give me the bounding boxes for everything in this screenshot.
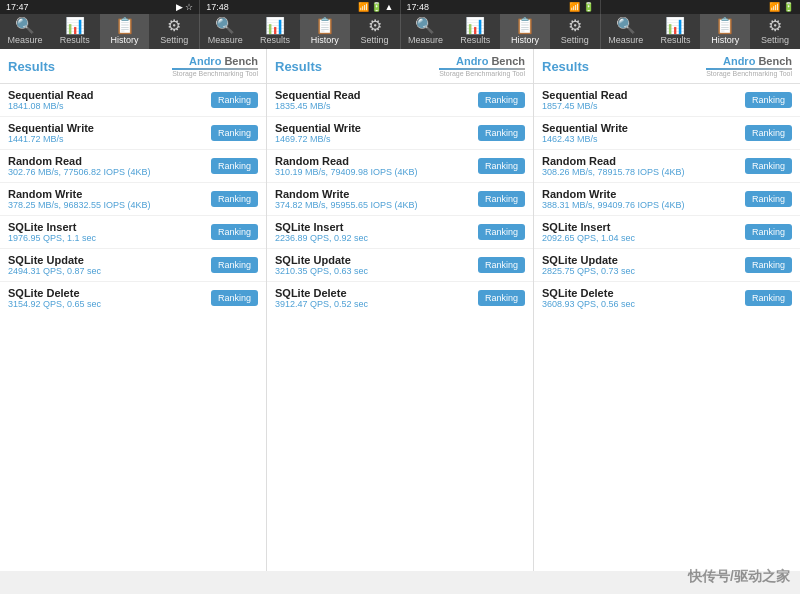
table-row: Random Write 388.31 MB/s, 99409.76 IOPS …: [534, 183, 800, 216]
bench-value: 2494.31 QPS, 0.87 sec: [8, 266, 211, 276]
nav-history-4[interactable]: 📋 History: [700, 14, 750, 49]
measure-label-1: Measure: [7, 36, 42, 45]
bench-name: Sequential Read: [542, 89, 745, 101]
nav-bar-1: 🔍 Measure 📊 Results 📋 History ⚙ Setting: [0, 14, 200, 49]
nav-setting-3[interactable]: ⚙ Setting: [550, 14, 600, 49]
table-row: Random Write 378.25 MB/s, 96832.55 IOPS …: [0, 183, 266, 216]
andro-text-1: Andro: [189, 55, 221, 67]
bench-value: 308.26 MB/s, 78915.78 IOPS (4KB): [542, 167, 745, 177]
ranking-button[interactable]: Ranking: [745, 125, 792, 141]
ranking-button[interactable]: Ranking: [745, 191, 792, 207]
logo-sub-2: Storage Benchmarking Tool: [439, 70, 525, 77]
ranking-button[interactable]: Ranking: [478, 290, 525, 306]
setting-label-1: Setting: [160, 36, 188, 45]
bench-value: 388.31 MB/s, 99409.76 IOPS (4KB): [542, 200, 745, 210]
nav-history-2[interactable]: 📋 History: [300, 14, 350, 49]
table-row: SQLite Update 3210.35 QPS, 0.63 sec Rank…: [267, 249, 533, 282]
ranking-button[interactable]: Ranking: [478, 257, 525, 273]
ranking-button[interactable]: Ranking: [478, 224, 525, 240]
nav-results-1[interactable]: 📊 Results: [50, 14, 100, 49]
panel-1-title: Results: [8, 59, 55, 74]
nav-results-2[interactable]: 📊 Results: [250, 14, 300, 49]
nav-history-1[interactable]: 📋 History: [100, 14, 150, 49]
panel-1-header: Results AndroBench Storage Benchmarking …: [0, 49, 266, 84]
logo-top-2: AndroBench: [456, 55, 525, 67]
nav-measure-4[interactable]: 🔍 Measure: [601, 14, 651, 49]
nav-results-4[interactable]: 📊 Results: [651, 14, 701, 49]
andro-text-3: Andro: [723, 55, 755, 67]
panel-3: Results AndroBench Storage Benchmarking …: [534, 49, 800, 571]
bench-name: SQLite Delete: [8, 287, 211, 299]
measure-icon-1: 🔍: [15, 18, 35, 34]
ranking-button[interactable]: Ranking: [478, 191, 525, 207]
results-label-1: Results: [60, 36, 90, 45]
time-1: 17:47: [6, 2, 29, 12]
history-label-4: History: [711, 36, 739, 45]
nav-results-3[interactable]: 📊 Results: [450, 14, 500, 49]
table-row: Sequential Read 1841.08 MB/s Ranking: [0, 84, 266, 117]
ranking-button[interactable]: Ranking: [745, 158, 792, 174]
ranking-button[interactable]: Ranking: [478, 158, 525, 174]
nav-setting-1[interactable]: ⚙ Setting: [149, 14, 199, 49]
bench-name: SQLite Insert: [542, 221, 745, 233]
setting-icon-3: ⚙: [568, 18, 582, 34]
bench-value: 2236.89 QPS, 0.92 sec: [275, 233, 478, 243]
bench-text-2: Bench: [491, 55, 525, 67]
nav-setting-2[interactable]: ⚙ Setting: [350, 14, 400, 49]
bench-value: 1841.08 MB/s: [8, 101, 211, 111]
nav-measure-3[interactable]: 🔍 Measure: [401, 14, 451, 49]
table-row: SQLite Insert 1976.95 QPS, 1.1 sec Ranki…: [0, 216, 266, 249]
results-label-2: Results: [260, 36, 290, 45]
setting-label-3: Setting: [561, 36, 589, 45]
results-icon-4: 📊: [665, 18, 685, 34]
ranking-button[interactable]: Ranking: [745, 290, 792, 306]
nav-measure-2[interactable]: 🔍 Measure: [200, 14, 250, 49]
table-row: Random Read 308.26 MB/s, 78915.78 IOPS (…: [534, 150, 800, 183]
icons-3: 📶 🔋: [569, 2, 594, 12]
bench-value: 1469.72 MB/s: [275, 134, 478, 144]
bench-name: SQLite Update: [542, 254, 745, 266]
androbench-logo-3: AndroBench Storage Benchmarking Tool: [706, 55, 792, 77]
ranking-button[interactable]: Ranking: [211, 290, 258, 306]
table-row: SQLite Delete 3912.47 QPS, 0.52 sec Rank…: [267, 282, 533, 314]
bench-name: Sequential Write: [8, 122, 211, 134]
ranking-button[interactable]: Ranking: [745, 224, 792, 240]
results-icon-3: 📊: [465, 18, 485, 34]
content-area: Results AndroBench Storage Benchmarking …: [0, 49, 800, 571]
status-bar-2: 17:48 📶 🔋 ▲: [200, 0, 400, 14]
ranking-button[interactable]: Ranking: [478, 92, 525, 108]
bench-value: 1835.45 MB/s: [275, 101, 478, 111]
ranking-button[interactable]: Ranking: [478, 125, 525, 141]
ranking-button[interactable]: Ranking: [211, 158, 258, 174]
ranking-button[interactable]: Ranking: [211, 125, 258, 141]
bench-name: SQLite Delete: [542, 287, 745, 299]
bench-name: Sequential Read: [275, 89, 478, 101]
history-icon-1: 📋: [115, 18, 135, 34]
ranking-button[interactable]: Ranking: [211, 92, 258, 108]
status-bar-3: 17:48 📶 🔋: [401, 0, 601, 14]
logo-top-1: AndroBench: [189, 55, 258, 67]
ranking-button[interactable]: Ranking: [211, 191, 258, 207]
bench-value: 2092.65 QPS, 1.04 sec: [542, 233, 745, 243]
results-label-4: Results: [660, 36, 690, 45]
ranking-button[interactable]: Ranking: [745, 257, 792, 273]
nav-bar-3: 🔍 Measure 📊 Results 📋 History ⚙ Setting: [401, 14, 601, 49]
nav-measure-1[interactable]: 🔍 Measure: [0, 14, 50, 49]
bench-value: 1976.95 QPS, 1.1 sec: [8, 233, 211, 243]
measure-icon-3: 🔍: [415, 18, 435, 34]
nav-setting-4[interactable]: ⚙ Setting: [750, 14, 800, 49]
ranking-button[interactable]: Ranking: [745, 92, 792, 108]
ranking-button[interactable]: Ranking: [211, 257, 258, 273]
andro-text-2: Andro: [456, 55, 488, 67]
bench-name: Sequential Write: [542, 122, 745, 134]
logo-sub-1: Storage Benchmarking Tool: [172, 70, 258, 77]
bench-name: Random Read: [275, 155, 478, 167]
nav-history-3[interactable]: 📋 History: [500, 14, 550, 49]
time-2: 17:48: [206, 2, 229, 12]
bench-value: 3154.92 QPS, 0.65 sec: [8, 299, 211, 309]
bench-name: SQLite Update: [8, 254, 211, 266]
measure-label-3: Measure: [408, 36, 443, 45]
bench-name: Random Read: [542, 155, 745, 167]
table-row: Random Read 310.19 MB/s, 79409.98 IOPS (…: [267, 150, 533, 183]
ranking-button[interactable]: Ranking: [211, 224, 258, 240]
